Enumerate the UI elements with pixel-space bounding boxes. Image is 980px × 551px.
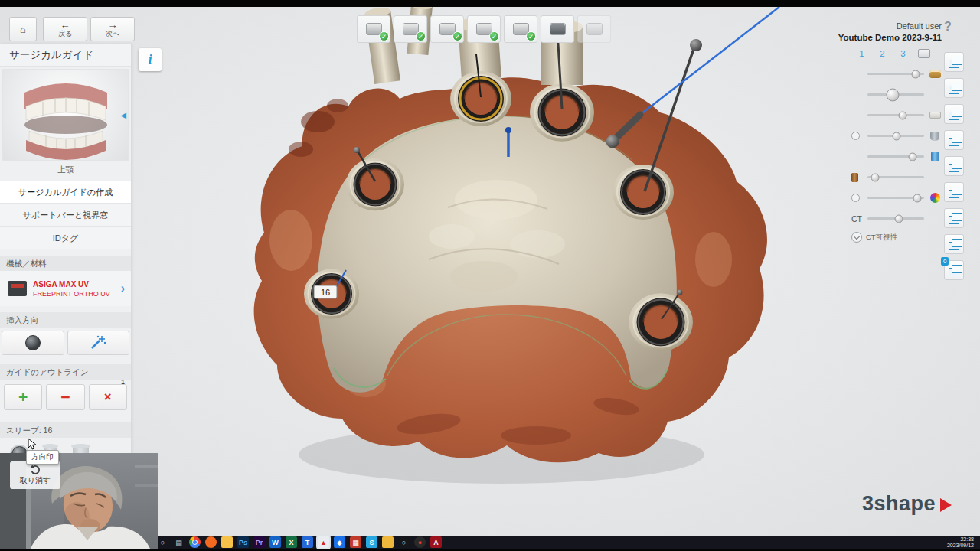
chrome-icon[interactable] bbox=[189, 536, 201, 548]
slider-abutment-visibility[interactable] bbox=[851, 171, 942, 184]
step-setup[interactable]: ✓ bbox=[430, 15, 464, 43]
radio-dot-icon[interactable] bbox=[851, 194, 864, 202]
info-button[interactable]: i bbox=[139, 48, 162, 71]
record-icon[interactable]: ● bbox=[414, 536, 426, 548]
slider-handle[interactable] bbox=[871, 173, 880, 181]
ct-visibility-toggle[interactable]: CT可視性 bbox=[851, 232, 942, 243]
view-layout-icon[interactable] bbox=[944, 52, 964, 72]
monitor-icon[interactable] bbox=[918, 49, 930, 58]
step-guide-design[interactable]: ✓ bbox=[504, 15, 537, 43]
annotations-icon[interactable]: 0 bbox=[944, 260, 964, 280]
sleeve-number-tag[interactable]: 16 bbox=[314, 285, 337, 298]
case-name: Youtube Demo 2023-9-11 bbox=[838, 33, 942, 42]
step-scans[interactable]: ✓ bbox=[357, 15, 390, 43]
slider-color-visibility[interactable] bbox=[851, 191, 942, 204]
blue-app-icon[interactable]: ◆ bbox=[334, 536, 345, 548]
back-button[interactable]: ← 戻る bbox=[43, 17, 87, 41]
view-preset-2[interactable]: 2 bbox=[872, 49, 893, 58]
adobe-icon[interactable]: A bbox=[430, 536, 442, 548]
outline-remove-button[interactable]: − bbox=[46, 384, 84, 410]
word-icon[interactable]: W bbox=[270, 536, 281, 548]
copy-view-4-icon[interactable] bbox=[944, 182, 964, 202]
view-preset-1[interactable]: 1 bbox=[851, 49, 872, 58]
slider-track[interactable] bbox=[867, 114, 924, 116]
copy-view-2-icon[interactable] bbox=[944, 130, 964, 150]
slider-track[interactable] bbox=[867, 93, 924, 96]
task-view-icon[interactable]: ▤ bbox=[173, 536, 185, 548]
skype-icon[interactable]: S bbox=[366, 536, 377, 548]
help-button[interactable]: ? bbox=[944, 20, 952, 34]
flip-arch-arrow[interactable]: ◀ bbox=[120, 111, 126, 119]
step-implant-planning[interactable]: ✓ bbox=[467, 15, 501, 43]
browser-orange-icon[interactable] bbox=[205, 536, 217, 548]
nav-item-create-guide[interactable]: サージカルガイドの作成 bbox=[0, 181, 131, 204]
slider-track[interactable] bbox=[867, 197, 924, 199]
slider-ct[interactable]: CT bbox=[851, 212, 942, 225]
teeth-icon bbox=[929, 112, 941, 119]
slider-track[interactable] bbox=[867, 135, 924, 137]
machine-material-selector[interactable]: ASIGA MAX UV FREEPRINT ORTHO UV › bbox=[0, 271, 131, 306]
cross-section-icon[interactable] bbox=[944, 208, 964, 228]
sleeve-icon bbox=[931, 152, 939, 161]
auto-insertion-direction-button[interactable] bbox=[67, 331, 130, 355]
step-sleeves[interactable] bbox=[541, 15, 574, 43]
step-finalize[interactable] bbox=[577, 15, 611, 43]
sleeve-6[interactable] bbox=[629, 293, 693, 351]
photoshop-icon[interactable]: Ps bbox=[237, 536, 249, 548]
sleeve-4[interactable] bbox=[612, 165, 674, 220]
excel-icon[interactable]: X bbox=[286, 536, 297, 548]
chevron-right-icon[interactable]: › bbox=[121, 282, 125, 295]
taskbar-clock[interactable]: 22:38 2023/09/12 bbox=[947, 536, 974, 549]
search-icon[interactable]: ○ bbox=[157, 536, 168, 548]
slider-handle[interactable] bbox=[911, 70, 920, 78]
slider-track[interactable] bbox=[867, 217, 924, 220]
3shape-app-icon[interactable]: ▲ bbox=[318, 536, 329, 548]
premiere-icon[interactable]: Pr bbox=[253, 536, 265, 548]
view-preset-3[interactable]: 3 bbox=[893, 49, 913, 58]
step-finalize-icon bbox=[586, 23, 603, 35]
set-view-direction-button[interactable] bbox=[2, 331, 64, 355]
slider-handle[interactable] bbox=[898, 111, 906, 119]
slider-handle[interactable] bbox=[909, 152, 917, 161]
2d-image-icon[interactable] bbox=[944, 234, 964, 254]
step-model[interactable]: ✓ bbox=[394, 15, 427, 43]
magic-wand-icon bbox=[90, 335, 106, 350]
undo-button[interactable]: 取り消す bbox=[10, 461, 60, 489]
arch-preview[interactable]: ◀ bbox=[2, 69, 129, 161]
home-button[interactable]: ⌂ bbox=[9, 17, 37, 41]
file-explorer-icon[interactable] bbox=[221, 536, 233, 548]
outline-add-button[interactable]: + bbox=[4, 384, 42, 410]
obs-icon[interactable]: ○ bbox=[398, 536, 410, 548]
nav-item-id-tag[interactable]: IDタグ bbox=[0, 227, 131, 249]
slider-scan-visibility[interactable] bbox=[851, 129, 942, 142]
slider-model-transparency[interactable] bbox=[851, 88, 942, 101]
ct-visibility-label: CT可視性 bbox=[866, 233, 897, 243]
teamviewer-icon[interactable]: T bbox=[302, 536, 313, 548]
blue-guide-line bbox=[640, 7, 779, 115]
copy-view-3-icon[interactable] bbox=[944, 156, 964, 176]
slider-handle[interactable] bbox=[893, 132, 901, 140]
folder-icon[interactable] bbox=[382, 536, 394, 548]
screenshot-icon[interactable] bbox=[944, 78, 964, 98]
radio-dot-icon[interactable] bbox=[851, 132, 864, 140]
slider-handle[interactable] bbox=[894, 214, 903, 223]
slider-sleeve-visibility[interactable] bbox=[851, 150, 942, 163]
mouse-cursor bbox=[28, 438, 38, 450]
undo-arrow-icon bbox=[30, 465, 41, 474]
nav-item-support-bar[interactable]: サポートバーと視界窓 bbox=[0, 204, 131, 227]
next-button[interactable]: → 次へ bbox=[90, 17, 135, 41]
outline-delete-button[interactable]: × bbox=[89, 384, 127, 410]
slider-track[interactable] bbox=[867, 176, 924, 178]
slider-handle[interactable] bbox=[887, 88, 900, 101]
slider-denture-visibility[interactable] bbox=[851, 67, 942, 80]
slider-track[interactable] bbox=[867, 73, 924, 75]
red-grid-app-icon[interactable]: ▦ bbox=[350, 536, 361, 548]
slider-handle[interactable] bbox=[913, 194, 922, 202]
sidebar-nav: サージカルガイドの作成 サポートバーと視界窓 IDタグ bbox=[0, 181, 131, 249]
drill-handle[interactable] bbox=[606, 7, 780, 148]
sleeve-1[interactable] bbox=[450, 71, 511, 126]
slider-teeth-visibility[interactable] bbox=[851, 109, 942, 122]
sleeve-3[interactable] bbox=[346, 158, 404, 210]
slider-track[interactable] bbox=[867, 155, 924, 158]
copy-view-icon[interactable] bbox=[944, 104, 964, 124]
